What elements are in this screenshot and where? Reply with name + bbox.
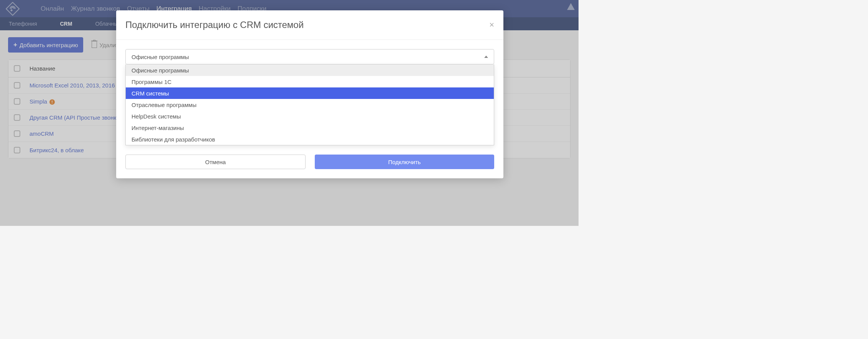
dropdown-option[interactable]: Библиотеки для разработчиков	[126, 133, 494, 145]
dropdown-option[interactable]: CRM системы	[126, 87, 494, 99]
connect-integration-modal: Подключить интеграцию с CRM системой × О…	[116, 10, 503, 178]
connect-button[interactable]: Подключить	[315, 155, 494, 169]
modal-footer: Отмена Подключить	[116, 155, 503, 178]
modal-header: Подключить интеграцию с CRM системой ×	[116, 10, 503, 40]
dropdown-option[interactable]: Программы 1С	[126, 76, 494, 87]
dropdown-option[interactable]: Отраслевые программы	[126, 99, 494, 110]
modal-title: Подключить интеграцию с CRM системой	[125, 20, 304, 30]
modal-body: Офисные программы Офисные программыПрогр…	[116, 40, 503, 155]
chevron-up-icon	[484, 56, 488, 58]
category-select-label: Офисные программы	[132, 54, 189, 60]
category-dropdown: Офисные программыПрограммы 1СCRM системы…	[125, 64, 494, 145]
dropdown-option[interactable]: HelpDesk системы	[126, 110, 494, 122]
category-select[interactable]: Офисные программы	[125, 49, 494, 64]
dropdown-option[interactable]: Офисные программы	[126, 64, 494, 76]
close-icon[interactable]: ×	[489, 20, 494, 30]
cancel-button[interactable]: Отмена	[125, 155, 306, 169]
dropdown-option[interactable]: Интернет-магазины	[126, 122, 494, 133]
